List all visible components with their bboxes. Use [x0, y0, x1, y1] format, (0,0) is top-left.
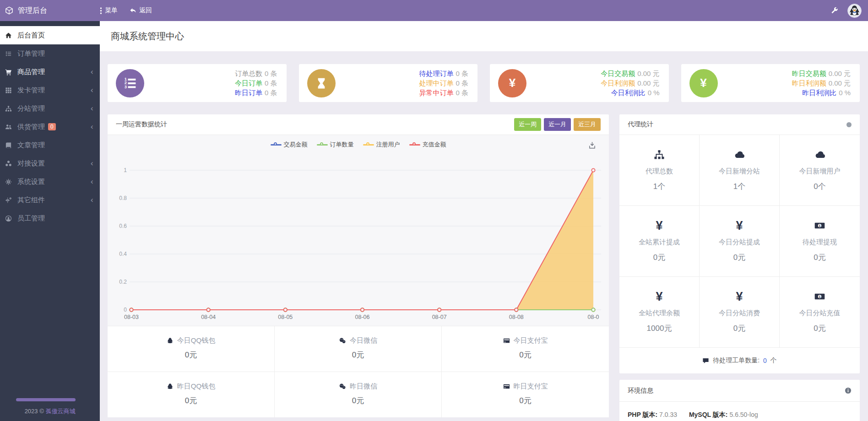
pay-label: 昨日支付宝 [514, 382, 548, 391]
legend-item[interactable]: 充值金额 [409, 140, 446, 149]
svg-text:3: 3 [125, 84, 127, 89]
chevron-left-icon: ‹ [90, 160, 93, 167]
pay-cell-yesterday-wechat: 昨日微信 0元 [275, 372, 442, 417]
stat-value: 0 % [839, 89, 851, 97]
legend-item[interactable]: 交易金额 [271, 140, 308, 149]
panel-title: 一周运营数据统计 [116, 120, 167, 129]
sidebar-item-staff[interactable]: 员工管理 [0, 209, 100, 227]
sidebar-item-components[interactable]: 其它组件 ‹ [0, 191, 100, 209]
svg-text:0.8: 0.8 [119, 195, 127, 201]
yen-icon: ¥ [700, 290, 779, 303]
sidebar-item-suppliers[interactable]: 供货管理 0 ‹ [0, 118, 100, 136]
brand-link[interactable]: 孤傲云商城 [45, 408, 75, 415]
sidebar-item-home[interactable]: 后台首页 [0, 26, 100, 44]
stat-value: 0 条 [456, 70, 468, 77]
svg-text:0.4: 0.4 [119, 251, 127, 257]
stat-label: 今日利润额 [601, 79, 635, 87]
agent-cell-substation-spend: ¥ 今日分站消费 0元 [700, 277, 780, 348]
panel-title: 代理统计 [628, 120, 653, 129]
qq-icon [167, 383, 174, 390]
yen-icon: ¥ [689, 69, 718, 97]
chevron-left-icon: ‹ [90, 105, 93, 113]
php-version-label: PHP 版本: [628, 411, 657, 418]
chevron-left-icon: ‹ [90, 68, 93, 76]
sidebar-item-articles[interactable]: 文章管理 [0, 136, 100, 154]
agent-label: 今日分站充值 [780, 309, 860, 318]
user-circle-icon [5, 215, 12, 222]
legend-marker-icon [271, 143, 282, 146]
stat-value: 0 条 [265, 79, 277, 87]
agent-cell-new-users: 今日新增用户 0个 [780, 135, 860, 206]
agent-stats-panel: 代理统计 代理总数 1个 今日新增分站 1个 [619, 114, 860, 373]
download-icon[interactable] [588, 141, 596, 149]
chevron-left-icon: ‹ [90, 196, 93, 204]
pay-label: 昨日微信 [350, 382, 377, 391]
weekly-stats-panel: 一周运营数据统计 近一周 近一月 近三月 交易金额订单数量注册用户充值金额 00… [108, 114, 609, 417]
agent-grid: 代理总数 1个 今日新增分站 1个 今日新增用户 0个 [619, 135, 860, 348]
cube-logo-icon [5, 6, 13, 15]
stat-label: 今日交易额 [601, 70, 635, 77]
payments-grid: 今日QQ钱包 0元 今日微信 0元 今日支付宝 0元 昨日QQ钱包 0元 [108, 326, 609, 417]
sidebar-item-label: 对接设置 [17, 159, 45, 168]
agent-label: 今日新增用户 [780, 167, 860, 176]
agent-label: 代理总数 [619, 167, 699, 176]
legend-label: 注册用户 [376, 140, 400, 149]
line-chart: 00.20.40.60.8108-0308-0408-0508-0608-070… [108, 135, 609, 326]
agent-value: 0元 [700, 252, 779, 263]
agent-value: 1个 [619, 181, 699, 192]
gears-icon [5, 196, 12, 204]
cloud-icon [700, 148, 779, 162]
range-month-button[interactable]: 近一月 [544, 118, 571, 131]
agent-label: 今日分站提成 [700, 238, 779, 247]
sitemap-icon [619, 148, 699, 162]
sidebar-item-system[interactable]: 系统设置 ‹ [0, 173, 100, 191]
svg-text:08-06: 08-06 [355, 314, 370, 320]
agent-value: 1个 [700, 181, 779, 192]
sidebar-scrollbar[interactable] [16, 398, 76, 401]
back-label: 返回 [139, 6, 152, 15]
orders-stat-card: 123 订单总数0 条 今日订单0 条 昨日订单0 条 [108, 64, 287, 102]
sidebar-item-integrations[interactable]: 对接设置 ‹ [0, 154, 100, 173]
money-bill-icon: 1 [780, 290, 860, 303]
yen-icon: ¥ [498, 69, 526, 97]
range-quarter-button[interactable]: 近三月 [574, 118, 601, 131]
agent-label: 待处理提现 [780, 238, 860, 247]
stat-value: 0.00 元 [637, 79, 659, 87]
pay-value: 0元 [108, 350, 274, 360]
stat-value: 0.00 元 [829, 70, 851, 77]
wrench-icon[interactable] [830, 7, 838, 15]
php-version-value: 7.0.33 [659, 411, 677, 418]
sidebar-item-substations[interactable]: 分站管理 ‹ [0, 99, 100, 118]
sitemap-icon [5, 105, 12, 112]
menu-label: 菜单 [105, 6, 118, 15]
range-week-button[interactable]: 近一周 [514, 118, 541, 131]
hourglass-icon [307, 69, 336, 97]
legend-item[interactable]: 订单数量 [317, 140, 354, 149]
sidebar-item-products[interactable]: 商品管理 ‹ [0, 63, 100, 81]
pay-cell-yesterday-qq: 昨日QQ钱包 0元 [108, 372, 275, 417]
brand: 管理后台 [0, 6, 100, 16]
yen-icon: ¥ [700, 219, 779, 232]
stat-value: 0 条 [265, 89, 277, 97]
sidebar-item-orders[interactable]: 订单管理 [0, 44, 100, 63]
svg-text:08-05: 08-05 [278, 314, 293, 320]
grid-icon [5, 86, 12, 94]
sidebar-item-cards[interactable]: 发卡管理 ‹ [0, 81, 100, 99]
sidebar-item-label: 供货管理 [17, 123, 45, 131]
menu-button[interactable]: 菜单 [100, 6, 118, 15]
comment-icon [702, 357, 709, 364]
panel-title: 环境信息 [628, 387, 653, 395]
stat-value: 0 条 [456, 79, 468, 87]
pay-cell-today-qq: 今日QQ钱包 0元 [108, 326, 275, 372]
brand-title: 管理后台 [18, 6, 47, 16]
back-button[interactable]: 返回 [130, 6, 152, 15]
pay-cell-today-alipay: 今日支付宝 0元 [442, 326, 609, 372]
sidebar-item-label: 后台首页 [17, 31, 45, 40]
agent-value: 0元 [780, 323, 860, 334]
agent-cell-new-substations: 今日新增分站 1个 [700, 135, 780, 206]
agent-label: 全站累计提成 [619, 238, 699, 247]
user-avatar[interactable] [847, 4, 862, 18]
sidebar-item-label: 发卡管理 [17, 86, 45, 95]
legend-item[interactable]: 注册用户 [363, 140, 400, 149]
chevron-left-icon: ‹ [90, 178, 93, 186]
